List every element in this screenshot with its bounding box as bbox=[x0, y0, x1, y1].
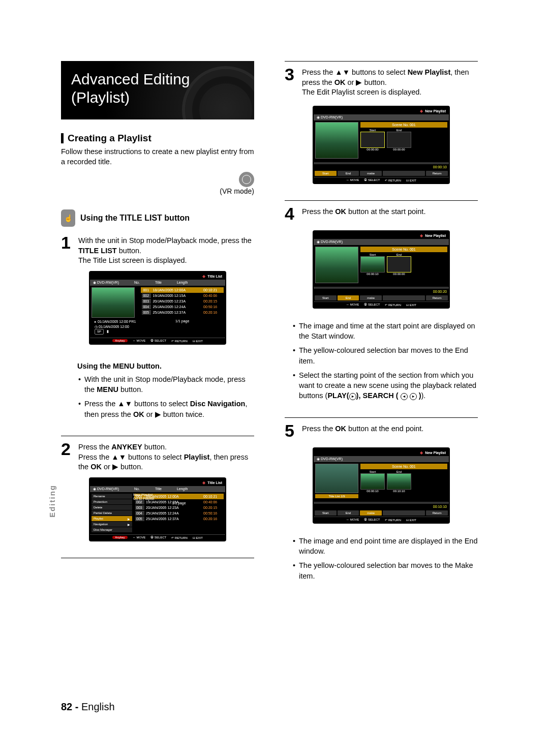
step-number: 5 bbox=[285, 422, 297, 439]
subheading-title: Using the TITLE LIST button bbox=[80, 214, 190, 223]
step-5: 5 Press the OK button at the end point. bbox=[285, 422, 478, 439]
menu-bullets: With the unit in Stop mode/Playback mode… bbox=[61, 374, 254, 419]
step-number: 4 bbox=[285, 205, 297, 222]
divider bbox=[285, 417, 478, 418]
divider bbox=[61, 436, 254, 436]
side-tab-label: Editing bbox=[48, 485, 56, 518]
section-intro: Follow these instructions to create a ne… bbox=[61, 147, 254, 167]
divider bbox=[285, 61, 478, 62]
hero-banner: Advanced Editing (Playlist) bbox=[61, 61, 254, 119]
step-4: 4 Press the OK button at the start point… bbox=[285, 205, 478, 222]
tv-screenshot-new-playlist-1: ◆New Playlist ◉ DVD-RW(VR) Scene No. 001… bbox=[313, 106, 450, 184]
step-number: 3 bbox=[285, 66, 297, 98]
search-fwd-icon: ▸ bbox=[410, 393, 417, 400]
step-1: 1 With the unit in Stop mode/Playback mo… bbox=[61, 234, 254, 266]
play-icon: ▸ bbox=[349, 393, 356, 400]
mode-row: (VR mode) bbox=[61, 172, 254, 195]
step-body: Press the OK button at the end point. bbox=[302, 422, 478, 439]
section-heading: Creating a Playlist bbox=[61, 133, 254, 144]
page-footer: 82 - English bbox=[61, 701, 115, 713]
step-3: 3 Press the ▲▼ buttons to select New Pla… bbox=[285, 66, 478, 98]
step-body: Press the ANYKEY button. Press the ▲▼ bu… bbox=[78, 440, 254, 472]
tv-screenshot-new-playlist-3: ◆New Playlist ◉ DVD-RW(VR) Title List 1/… bbox=[313, 447, 450, 524]
tv-screenshot-anykey-menu: ◆Title List ◉ DVD-RW(VR)No.TitleLength R… bbox=[89, 477, 226, 541]
step-body: With the unit in Stop mode/Playback mode… bbox=[78, 234, 254, 266]
divider bbox=[61, 558, 254, 558]
hand-icon: ☝ bbox=[61, 209, 75, 227]
step-number: 1 bbox=[61, 234, 73, 266]
hero-title: Advanced Editing (Playlist) bbox=[71, 70, 244, 107]
divider bbox=[285, 200, 478, 201]
step-body: Press the ▲▼ buttons to select New Playl… bbox=[302, 66, 478, 98]
subheading-row: ☝ Using the TITLE LIST button bbox=[61, 209, 254, 227]
menu-sub-title: Using the MENU button. bbox=[61, 362, 254, 370]
step5-bullets: The image and end point time are display… bbox=[285, 536, 478, 581]
step-2: 2 Press the ANYKEY button. Press the ▲▼ … bbox=[61, 440, 254, 472]
tv-screenshot-title-list: ◆Title List ◉ DVD-RW(VR)No.TitleLength ▸… bbox=[89, 271, 226, 345]
heading-bar-icon bbox=[61, 133, 64, 143]
dvd-rw-icon bbox=[239, 172, 254, 187]
step-body: Press the OK button at the start point. bbox=[302, 205, 478, 222]
section-title: Creating a Playlist bbox=[68, 133, 151, 144]
step4-bullets: The image and time at the start point ar… bbox=[285, 321, 478, 401]
step-number: 2 bbox=[61, 440, 73, 472]
tv-screenshot-new-playlist-2: ◆New Playlist ◉ DVD-RW(VR) Scene No. 001… bbox=[313, 230, 450, 309]
search-back-icon: ◂ bbox=[401, 393, 408, 400]
